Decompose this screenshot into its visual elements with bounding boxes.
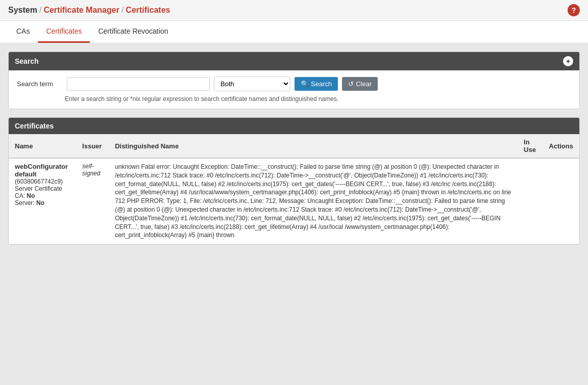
tabs: CAs Certificates Certificate Revocation — [8, 21, 580, 43]
table-row: webConfigurator default (60380667742c9) … — [9, 158, 579, 244]
page-header: System / Certificate Manager / Certifica… — [0, 0, 588, 21]
table-panel-header: Certificates — [9, 118, 579, 134]
cert-ca-status: CA: No — [15, 192, 70, 199]
cert-name-cell: webConfigurator default (60380667742c9) … — [9, 158, 76, 244]
breadcrumb-certificates[interactable]: Certificates — [126, 6, 170, 15]
cert-dn-cell: unknown Fatal error: Uncaught Exception:… — [109, 158, 518, 244]
col-issuer: Issuer — [76, 134, 109, 158]
search-panel-title: Search — [15, 57, 39, 65]
tab-cas[interactable]: CAs — [8, 21, 38, 43]
search-button-label: Search — [311, 80, 332, 88]
search-panel-header: Search + — [9, 52, 579, 70]
cert-issuer-cell: self-signed — [76, 158, 109, 244]
search-button[interactable]: 🔍 Search — [295, 77, 338, 91]
main-content: Search + Search term Both Name Distingui… — [0, 43, 588, 253]
cert-actions-cell — [543, 158, 579, 244]
table-header-row: Name Issuer Distinguished Name In Use Ac… — [9, 134, 579, 158]
search-hint: Enter a search string or *nix regular ex… — [65, 95, 571, 102]
breadcrumb: System / Certificate Manager / Certifica… — [8, 6, 170, 15]
tab-certificates[interactable]: Certificates — [38, 21, 90, 43]
cert-server-value: No — [36, 199, 44, 207]
search-form: Search term Both Name Distinguished Name… — [17, 76, 571, 91]
cert-name-primary: webConfigurator default — [15, 163, 70, 178]
clear-button[interactable]: ↺ Clear — [342, 77, 378, 91]
tabs-container: CAs Certificates Certificate Revocation — [0, 21, 588, 43]
table-panel-title: Certificates — [15, 122, 54, 130]
col-actions: Actions — [543, 134, 579, 158]
cert-issuer: self-signed — [82, 163, 100, 177]
add-icon[interactable]: + — [563, 56, 573, 66]
search-panel: Search + Search term Both Name Distingui… — [8, 52, 580, 109]
search-term-label: Search term — [17, 80, 63, 88]
cert-server-status: Server: No — [15, 199, 70, 207]
clear-button-label: Clear — [356, 80, 372, 88]
search-input[interactable] — [67, 77, 210, 91]
tab-certificate-revocation[interactable]: Certificate Revocation — [90, 21, 176, 43]
col-in-use: In Use — [518, 134, 543, 158]
col-distinguished-name: Distinguished Name — [109, 134, 518, 158]
cert-in-use-cell — [518, 158, 543, 244]
certificates-table: Name Issuer Distinguished Name In Use Ac… — [9, 134, 579, 244]
breadcrumb-system: System — [8, 6, 37, 15]
search-panel-body: Search term Both Name Distinguished Name… — [9, 70, 579, 109]
clear-icon: ↺ — [348, 80, 354, 88]
breadcrumb-sep-2: / — [121, 6, 124, 15]
cert-ca-value: No — [27, 192, 35, 199]
col-name: Name — [9, 134, 76, 158]
breadcrumb-sep-1: / — [39, 6, 41, 15]
breadcrumb-cert-manager[interactable]: Certificate Manager — [43, 6, 119, 15]
cert-type: Server Certificate — [15, 185, 70, 192]
search-icon: 🔍 — [301, 80, 309, 88]
help-icon[interactable]: ? — [568, 4, 580, 16]
certificates-table-panel: Certificates Name Issuer Distinguished N… — [8, 117, 580, 245]
cert-distinguished-name: unknown Fatal error: Uncaught Exception:… — [115, 163, 511, 239]
search-scope-select[interactable]: Both Name Distinguished Name — [214, 76, 290, 91]
cert-name-id: (60380667742c9) — [15, 178, 70, 185]
